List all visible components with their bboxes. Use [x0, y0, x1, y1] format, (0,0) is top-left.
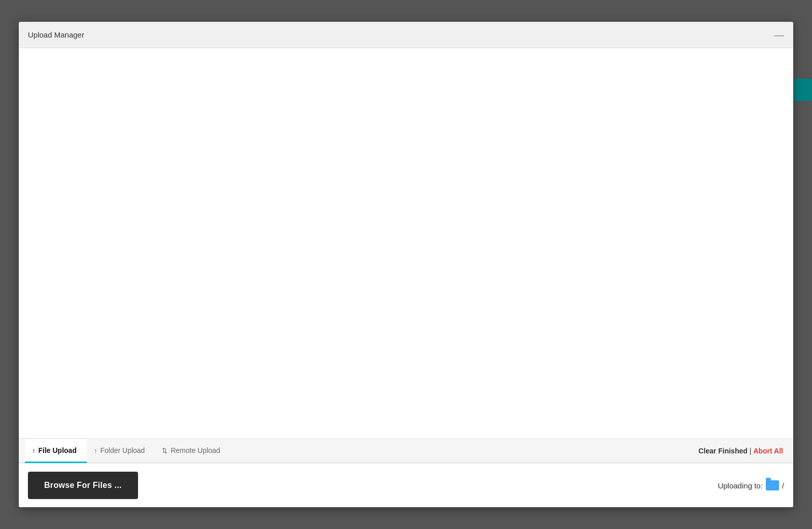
tabs-row: ↑ File Upload ↑ Folder Upload ⇅ Remote U…	[19, 439, 793, 463]
uploading-path: /	[782, 481, 784, 490]
upload-content-area	[19, 48, 793, 438]
minimize-button[interactable]: —	[774, 30, 784, 40]
modal-footer: ↑ File Upload ↑ Folder Upload ⇅ Remote U…	[19, 438, 793, 507]
modal-title: Upload Manager	[28, 30, 84, 39]
uploading-to-info: Uploading to: /	[718, 480, 784, 490]
remote-upload-icon: ⇅	[162, 447, 167, 454]
tab-folder-upload-label: Folder Upload	[100, 446, 145, 454]
action-area: Browse For Files ... Uploading to: /	[19, 463, 793, 507]
file-upload-icon: ↑	[32, 447, 36, 454]
abort-all-button[interactable]: Abort All	[753, 447, 783, 455]
folder-icon	[766, 480, 779, 490]
actions-separator: |	[750, 447, 752, 455]
upload-manager-modal: Upload Manager — ↑ File Upload ↑ Folder …	[19, 22, 793, 507]
tab-file-upload[interactable]: ↑ File Upload	[25, 439, 87, 463]
browse-files-button[interactable]: Browse For Files ...	[28, 472, 138, 499]
tab-remote-upload[interactable]: ⇅ Remote Upload	[155, 439, 230, 463]
tab-folder-upload[interactable]: ↑ Folder Upload	[87, 439, 155, 463]
clear-finished-button[interactable]: Clear Finished	[698, 447, 747, 455]
tab-file-upload-label: File Upload	[39, 446, 77, 454]
modal-titlebar: Upload Manager —	[19, 22, 793, 48]
page-background: Upload Manager — ↑ File Upload ↑ Folder …	[0, 0, 812, 529]
folder-upload-icon: ↑	[94, 447, 97, 454]
tab-remote-upload-label: Remote Upload	[171, 446, 220, 454]
uploading-to-label: Uploading to:	[718, 481, 762, 490]
tabs-actions: Clear Finished | Abort All	[694, 439, 787, 463]
